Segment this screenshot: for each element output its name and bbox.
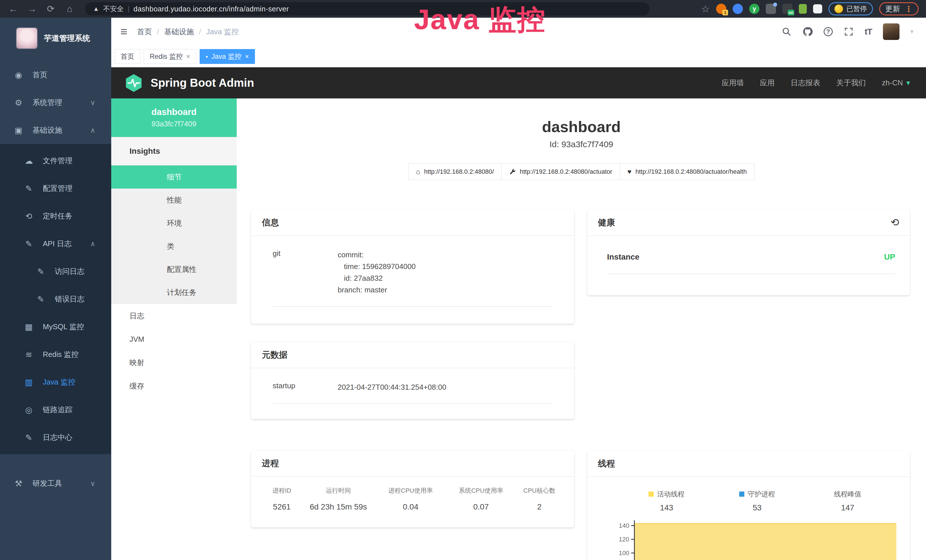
puzzle-extensions-icon[interactable]: [813, 4, 822, 14]
extension-icon-pin[interactable]: [732, 4, 743, 14]
address-separator: |: [128, 5, 130, 13]
user-avatar[interactable]: [883, 23, 899, 40]
sba-nav-about[interactable]: 关于我们: [836, 78, 866, 88]
paused-label: 已暂停: [846, 4, 867, 14]
instance-nav-metrics[interactable]: 性能: [111, 189, 237, 212]
health-url-button[interactable]: ♥ http://192.168.0.2:48080/actuator/heal…: [620, 163, 754, 180]
history-icon[interactable]: ⟲: [891, 216, 899, 229]
fullscreen-icon[interactable]: [844, 27, 854, 37]
sidebar-item-label: API 日志: [43, 239, 71, 249]
close-icon[interactable]: ×: [245, 53, 249, 61]
bookmark-star-icon[interactable]: ☆: [701, 3, 710, 15]
process-table-row: 5261 6d 23h 15m 59s 0.04 0.07 2: [262, 502, 563, 512]
y-tickmark: [631, 552, 634, 554]
extension-icon-sprout[interactable]: [799, 4, 807, 14]
collapse-sidebar-icon[interactable]: ≡: [120, 25, 127, 38]
user-caret-down-icon[interactable]: ▾: [910, 28, 914, 35]
page-title: dashboard: [237, 118, 926, 136]
sidebar-item-mysql-monitor[interactable]: ▦ MySQL 监控: [0, 313, 111, 341]
sidebar-item-log-center[interactable]: ✎ 日志中心: [0, 424, 111, 451]
instance-nav-environment[interactable]: 环境: [111, 212, 237, 235]
browser-home-icon[interactable]: ⌂: [64, 4, 75, 14]
breadcrumb-current: Java 监控: [206, 27, 239, 37]
browser-menu-icon[interactable]: ⋮: [905, 4, 912, 14]
threads-card-title: 线程: [587, 451, 910, 477]
git-branch-line: branch: master: [337, 284, 416, 296]
system-title: 芋道管理系统: [44, 33, 90, 43]
y-tick-140: 140: [614, 522, 629, 530]
health-row: Instance UP: [607, 253, 896, 262]
y-tick-100: 100: [614, 549, 629, 557]
metadata-card-title: 元数据: [251, 342, 574, 368]
instance-nav-config-props[interactable]: 配置属性: [111, 258, 237, 281]
tab-java-monitor[interactable]: ● Java 监控 ×: [200, 49, 255, 64]
instance-header[interactable]: dashboard 93a3fc7f7409: [111, 98, 237, 137]
row-divider: [272, 306, 552, 307]
toolbox-icon: ⚒: [12, 479, 24, 488]
service-url-button[interactable]: ⌂ http://192.168.0.2:48080/: [409, 163, 502, 180]
col-system-cpu: 系统CPU使用率: [446, 486, 516, 495]
sidebar-item-label: 日志中心: [43, 433, 73, 442]
sidebar-item-home[interactable]: ◉ 首页: [0, 61, 111, 89]
sba-brand-title[interactable]: Spring Boot Admin: [151, 76, 254, 89]
extension-icon-grid[interactable]: [766, 4, 776, 14]
github-icon[interactable]: [802, 27, 813, 37]
sba-nav-journal[interactable]: 日志报表: [791, 78, 820, 88]
tab-home[interactable]: 首页: [115, 49, 140, 64]
actuator-url-button[interactable]: http://192.168.0.2:48080/actuator: [501, 163, 620, 180]
instance-nav-jvm[interactable]: JVM: [111, 327, 237, 351]
help-icon[interactable]: ?: [824, 27, 833, 36]
extension-icon-onetab[interactable]: on: [782, 4, 793, 14]
paused-extension-chip[interactable]: 已暂停: [828, 2, 873, 15]
update-label: 更新: [885, 4, 900, 14]
sidebar-item-infrastructure[interactable]: ▣ 基础设施 ∧: [0, 117, 111, 144]
sidebar-item-api-logs[interactable]: ✎ API 日志 ∧: [0, 230, 111, 257]
sidebar-item-scheduled-tasks[interactable]: ⟲ 定时任务: [0, 202, 111, 230]
instance-nav-classes[interactable]: 类: [111, 235, 237, 258]
tab-redis-monitor[interactable]: Redis 监控 ×: [144, 49, 196, 64]
uptime-value: 6d 23h 15m 59s: [301, 502, 375, 512]
sidebar-item-redis-monitor[interactable]: ≋ Redis 监控: [0, 341, 111, 368]
sidebar-item-java-monitor[interactable]: ▥ Java 监控: [0, 368, 111, 396]
sidebar-item-access-logs[interactable]: ✎ 访问日志: [0, 257, 111, 285]
process-cpu-value: 0.04: [375, 502, 446, 512]
sidebar-logo-row[interactable]: 芋道管理系统: [0, 18, 111, 51]
close-icon[interactable]: ×: [186, 53, 190, 61]
sidebar-item-config-management[interactable]: ✎ 配置管理: [0, 175, 111, 202]
browser-forward-icon[interactable]: →: [26, 4, 38, 14]
home-icon: ◉: [12, 70, 24, 80]
col-process-cpu: 进程CPU使用率: [375, 486, 446, 495]
col-cpu-cores: CPU核心数: [516, 486, 562, 495]
sidebar-item-tracing[interactable]: ◎ 链路追踪: [0, 396, 111, 424]
system-cpu-value: 0.07: [446, 502, 516, 512]
browser-back-icon[interactable]: ←: [8, 4, 19, 14]
sba-locale-select[interactable]: zh-CN ▾: [882, 79, 910, 87]
sidebar-item-dev-tools[interactable]: ⚒ 研发工具 ∨: [0, 469, 111, 497]
instance-nav-details[interactable]: 细节: [111, 165, 237, 189]
git-time-line: time: 1596289704000: [337, 261, 416, 272]
sidebar-item-system-management[interactable]: ⚙ 系统管理 ∨: [0, 89, 111, 117]
search-icon[interactable]: [781, 27, 792, 37]
threads-legend: 活动线程 守护进程 线程峰值: [587, 477, 910, 499]
address-bar[interactable]: ▲ 不安全 | dashboard.yudao.iocoder.cn/infra…: [85, 2, 650, 15]
sba-nav-applications[interactable]: 应用: [760, 78, 775, 88]
instance-nav-logs[interactable]: 日志: [111, 304, 237, 327]
breadcrumb-home[interactable]: 首页: [137, 27, 152, 37]
sba-nav-wallboard[interactable]: 应用墙: [722, 78, 744, 88]
breadcrumb-infrastructure[interactable]: 基础设施: [164, 27, 194, 37]
browser-reload-icon[interactable]: ⟳: [45, 3, 56, 14]
sidebar-item-file-management[interactable]: ☁ 文件管理: [0, 147, 111, 175]
instance-nav-scheduled-tasks[interactable]: 计划任务: [111, 281, 237, 304]
browser-update-button[interactable]: 更新 ⋮: [879, 2, 918, 15]
row-divider: [607, 274, 896, 274]
sidebar-item-label: 链路追踪: [43, 405, 73, 415]
actuator-url: http://192.168.0.2:48080/actuator: [520, 168, 612, 176]
instance-nav-mappings[interactable]: 映射: [111, 351, 237, 374]
sidebar-item-error-logs[interactable]: ✎ 错误日志: [0, 285, 111, 313]
screenshot-root: Java 监控 ← → ⟳ ⌂ ▲ 不安全 | dashboard.yudao.…: [0, 0, 926, 560]
font-size-icon[interactable]: tT: [865, 27, 872, 36]
extension-icon-orange[interactable]: 1: [716, 4, 726, 14]
extension-icon-y[interactable]: y: [749, 4, 760, 14]
instance-nav-caches[interactable]: 缓存: [111, 374, 237, 398]
edit-icon: ✎: [23, 184, 35, 194]
